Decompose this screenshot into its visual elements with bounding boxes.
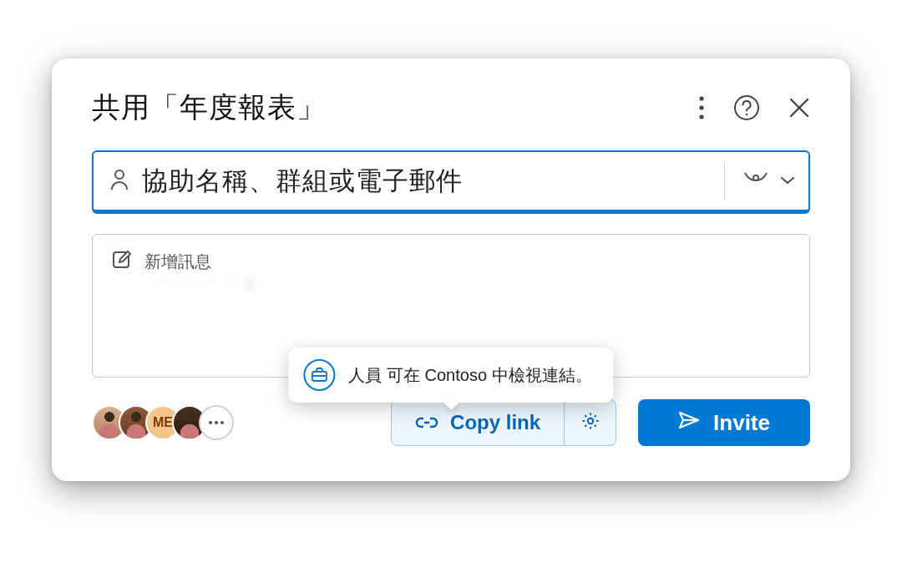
recipient-input[interactable]: 協助名稱、群組或電子郵件 <box>92 150 810 214</box>
recipient-placeholder: 協助名稱、群組或電子郵件 <box>142 164 724 199</box>
chevron-down-icon <box>780 174 795 189</box>
svg-point-8 <box>753 175 758 180</box>
share-dialog: 共用「年度報表」 協助名稱、群組或電子郵件 <box>52 58 850 481</box>
svg-point-3 <box>735 96 758 119</box>
link-permission-tooltip: 人員 可在 Contoso 中檢視連結。 <box>288 347 613 403</box>
more-avatars-button[interactable] <box>199 405 234 440</box>
tooltip-text: 人員 可在 Contoso 中檢視連結。 <box>348 364 591 387</box>
copy-link-group: Copy link <box>391 399 616 446</box>
svg-point-15 <box>587 418 592 423</box>
more-options-icon[interactable] <box>698 95 705 120</box>
permission-dropdown[interactable] <box>724 163 795 200</box>
help-icon[interactable] <box>733 94 760 121</box>
svg-point-13 <box>215 421 218 424</box>
svg-point-1 <box>699 105 703 109</box>
svg-point-0 <box>699 96 703 100</box>
eye-icon <box>743 171 768 191</box>
dialog-title: 共用「年度報表」 <box>92 89 698 127</box>
header-actions <box>698 94 810 121</box>
invite-button[interactable]: Invite <box>638 399 810 446</box>
copy-link-button[interactable]: Copy link <box>392 400 564 445</box>
message-ghost-text: · · · · · · · · g · <box>149 270 267 291</box>
dialog-header: 共用「年度報表」 <box>92 89 810 127</box>
svg-point-14 <box>220 421 224 424</box>
close-icon[interactable] <box>788 97 810 119</box>
link-settings-button[interactable] <box>564 400 616 445</box>
svg-point-2 <box>699 114 703 119</box>
svg-point-7 <box>115 170 124 179</box>
person-icon <box>110 169 129 194</box>
invite-label: Invite <box>713 410 770 436</box>
gear-icon <box>580 411 600 434</box>
compose-icon <box>111 250 131 273</box>
svg-point-4 <box>746 114 747 115</box>
send-icon <box>678 410 700 436</box>
link-icon <box>415 411 438 434</box>
copy-link-label: Copy link <box>450 411 540 434</box>
shared-with-avatars[interactable]: ME <box>92 405 234 440</box>
briefcase-icon <box>303 359 335 391</box>
svg-point-12 <box>209 421 212 424</box>
